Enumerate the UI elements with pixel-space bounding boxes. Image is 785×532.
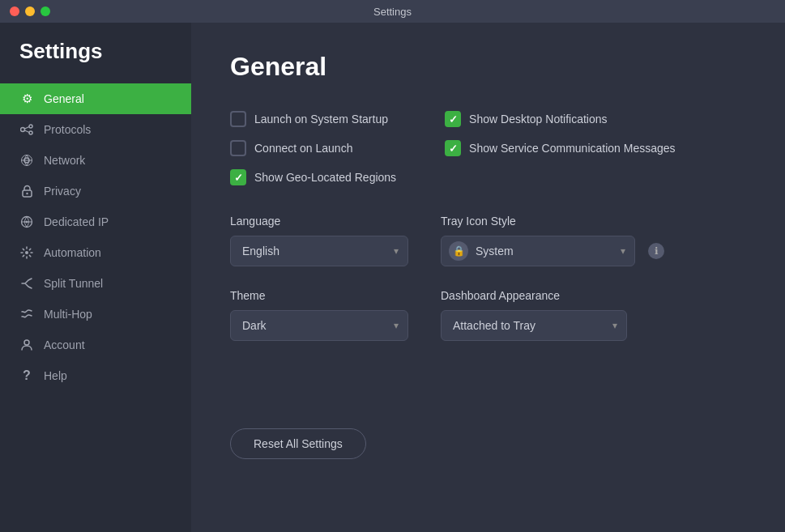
language-select-wrapper: English Spanish French German ▾ bbox=[230, 236, 408, 266]
sidebar-item-general-label: General bbox=[44, 92, 84, 105]
form-row-language-tray: Language English Spanish French German ▾… bbox=[230, 215, 746, 266]
checkbox-launch-startup[interactable]: Launch on System Startup bbox=[230, 111, 396, 127]
sidebar-item-network[interactable]: Network bbox=[0, 145, 191, 176]
sidebar-item-account-label: Account bbox=[44, 338, 85, 351]
help-icon: ? bbox=[19, 368, 34, 383]
tray-icon-label: Tray Icon Style bbox=[441, 215, 664, 228]
dashboard-select-wrapper: Attached to Tray Detached Minimized ▾ bbox=[441, 310, 627, 341]
checkboxes-section: Launch on System Startup Connect on Laun… bbox=[230, 111, 746, 185]
checkbox-launch-startup-box[interactable] bbox=[230, 111, 246, 127]
sidebar: Settings ⚙ General Protocols bbox=[0, 23, 191, 532]
tray-icon-lock-icon: 🔒 bbox=[449, 241, 468, 261]
theme-label: Theme bbox=[230, 289, 408, 302]
checkbox-service-comm[interactable]: Show Service Communication Messages bbox=[445, 140, 675, 156]
checkbox-desktop-notif-box[interactable] bbox=[445, 111, 461, 127]
sidebar-item-protocols[interactable]: Protocols bbox=[0, 114, 191, 145]
sidebar-item-multi-hop[interactable]: Multi-Hop bbox=[0, 299, 191, 330]
form-group-language: Language English Spanish French German ▾ bbox=[230, 215, 408, 266]
checkbox-launch-startup-label: Launch on System Startup bbox=[254, 113, 388, 126]
sidebar-item-split-tunnel-label: Split Tunnel bbox=[44, 277, 103, 290]
tray-icon-select[interactable]: System Light Dark bbox=[441, 236, 635, 266]
form-group-tray-icon: Tray Icon Style 🔒 System Light Dark ▾ ℹ bbox=[441, 215, 664, 266]
svg-point-13 bbox=[25, 251, 28, 254]
checkbox-service-comm-label: Show Service Communication Messages bbox=[469, 142, 675, 155]
svg-point-2 bbox=[29, 131, 32, 134]
sidebar-item-automation-label: Automation bbox=[44, 246, 101, 259]
sidebar-item-multi-hop-label: Multi-Hop bbox=[44, 308, 92, 321]
minimize-button[interactable] bbox=[25, 6, 35, 16]
svg-point-1 bbox=[29, 125, 32, 128]
checkbox-desktop-notif[interactable]: Show Desktop Notifications bbox=[445, 111, 675, 127]
checkbox-show-geo-box[interactable] bbox=[230, 169, 246, 185]
sidebar-item-account[interactable]: Account bbox=[0, 330, 191, 360]
sidebar-item-help-label: Help bbox=[44, 369, 67, 382]
svg-line-4 bbox=[25, 130, 30, 133]
sidebar-item-privacy-label: Privacy bbox=[44, 185, 81, 198]
dedicated-ip-icon bbox=[19, 215, 34, 229]
close-button[interactable] bbox=[10, 6, 19, 16]
sidebar-item-split-tunnel[interactable]: Split Tunnel bbox=[0, 268, 191, 299]
reset-all-settings-button[interactable]: Reset All Settings bbox=[230, 428, 366, 459]
sidebar-item-privacy[interactable]: Privacy bbox=[0, 176, 191, 206]
checkbox-service-comm-box[interactable] bbox=[445, 140, 461, 156]
tray-icon-select-wrapper: 🔒 System Light Dark ▾ bbox=[441, 236, 635, 266]
theme-select-wrapper: Dark Light Auto ▾ bbox=[230, 310, 408, 341]
network-icon bbox=[19, 153, 34, 168]
form-group-dashboard: Dashboard Appearance Attached to Tray De… bbox=[441, 289, 627, 341]
checkbox-connect-launch[interactable]: Connect on Launch bbox=[230, 140, 396, 156]
language-label: Language bbox=[230, 215, 408, 228]
sidebar-item-protocols-label: Protocols bbox=[44, 123, 91, 136]
lock-icon bbox=[19, 184, 34, 198]
checkbox-connect-launch-box[interactable] bbox=[230, 140, 246, 156]
checkbox-col-right: Show Desktop Notifications Show Service … bbox=[445, 111, 675, 185]
split-tunnel-icon bbox=[19, 276, 34, 291]
checkbox-connect-launch-label: Connect on Launch bbox=[254, 142, 352, 155]
sidebar-item-network-label: Network bbox=[44, 154, 85, 167]
svg-point-0 bbox=[21, 128, 25, 132]
language-select[interactable]: English Spanish French German bbox=[230, 236, 408, 266]
main-content: General Launch on System Startup Connect… bbox=[191, 23, 785, 532]
account-icon bbox=[19, 338, 34, 352]
dashboard-select[interactable]: Attached to Tray Detached Minimized bbox=[441, 310, 627, 341]
svg-point-12 bbox=[26, 221, 28, 223]
window-controls bbox=[10, 6, 50, 16]
svg-point-9 bbox=[26, 193, 28, 194]
sidebar-item-dedicated-ip-label: Dedicated IP bbox=[44, 215, 109, 228]
window-title: Settings bbox=[373, 6, 412, 18]
checkbox-show-geo[interactable]: Show Geo-Located Regions bbox=[230, 169, 396, 185]
sidebar-item-dedicated-ip[interactable]: Dedicated IP bbox=[0, 206, 191, 237]
form-row-theme-dashboard: Theme Dark Light Auto ▾ Dashboard Appear… bbox=[230, 289, 746, 341]
titlebar: Settings bbox=[0, 0, 785, 23]
svg-line-3 bbox=[25, 127, 30, 130]
dashboard-label: Dashboard Appearance bbox=[441, 289, 627, 302]
page-title: General bbox=[230, 52, 746, 82]
automation-icon bbox=[19, 245, 34, 260]
svg-point-14 bbox=[24, 340, 29, 345]
checkbox-desktop-notif-label: Show Desktop Notifications bbox=[469, 113, 607, 126]
sidebar-item-help[interactable]: ? Help bbox=[0, 360, 191, 391]
sidebar-item-general[interactable]: ⚙ General bbox=[0, 83, 191, 114]
tray-icon-row: 🔒 System Light Dark ▾ ℹ bbox=[441, 236, 664, 266]
gear-icon: ⚙ bbox=[19, 92, 34, 106]
sidebar-item-automation[interactable]: Automation bbox=[0, 237, 191, 268]
multi-hop-icon bbox=[19, 307, 34, 321]
maximize-button[interactable] bbox=[41, 6, 50, 16]
theme-select[interactable]: Dark Light Auto bbox=[230, 310, 408, 341]
checkbox-col-left: Launch on System Startup Connect on Laun… bbox=[230, 111, 396, 185]
app-body: Settings ⚙ General Protocols bbox=[0, 23, 785, 532]
sidebar-heading: Settings bbox=[0, 39, 191, 83]
protocols-icon bbox=[19, 122, 34, 137]
tray-icon-info-button[interactable]: ℹ bbox=[648, 243, 664, 259]
form-group-theme: Theme Dark Light Auto ▾ bbox=[230, 289, 408, 341]
checkbox-show-geo-label: Show Geo-Located Regions bbox=[254, 171, 396, 184]
